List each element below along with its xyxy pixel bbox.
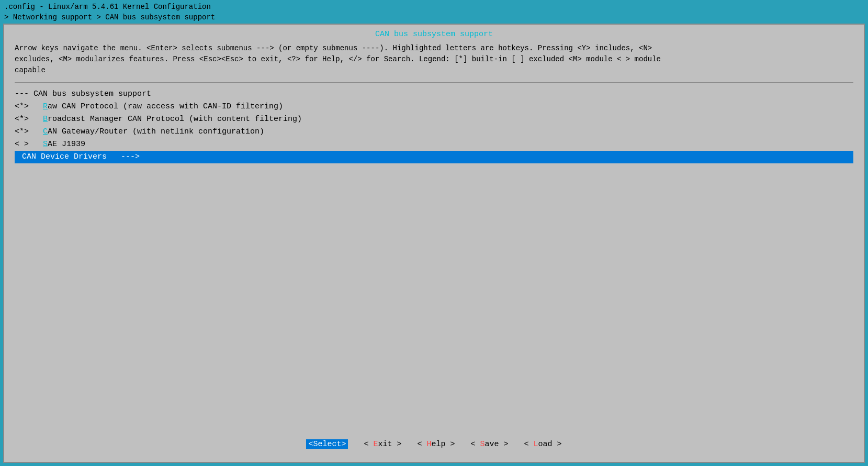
menu-item-rest-3: AE J1939 (48, 138, 85, 151)
selected-indicator (15, 151, 21, 163)
dialog-box: CAN bus subsystem support Arrow keys nav… (3, 24, 865, 463)
menu-item-hotkey-3: S (43, 138, 48, 151)
main-content: CAN bus subsystem support Arrow keys nav… (0, 24, 868, 466)
menu-item-3[interactable]: < > SAE J1939 (15, 138, 853, 151)
menu-item-1[interactable]: <*> Broadcast Manager CAN Protocol (with… (15, 113, 853, 126)
menu-item-4[interactable]: CAN Device Drivers ---> (15, 151, 853, 163)
app: .config - Linux/arm 5.4.61 Kernel Config… (0, 0, 868, 466)
menu-item-0[interactable]: <*> Raw CAN Protocol (raw access with CA… (15, 101, 853, 113)
help-line1: Arrow keys navigate the menu. <Enter> se… (15, 43, 853, 54)
help-text: Arrow keys navigate the menu. <Enter> se… (15, 43, 853, 76)
menu-item-prefix-2: <*> (15, 126, 43, 138)
bottom-buttons: <Select>< Exit >< Help >< Save >< Load > (15, 434, 853, 457)
menu-item-text-4: CAN Device Drivers ---> (22, 151, 140, 163)
menu-item-hotkey-1: B (43, 113, 48, 126)
menu-item-hotkey-0: R (43, 101, 48, 113)
menu-item-prefix-3: < > (15, 138, 43, 151)
bottom-btn-4[interactable]: < Load > (524, 440, 562, 449)
btn-hotkey-4: L (534, 440, 538, 449)
menu-header-text: --- CAN bus subsystem support (15, 88, 151, 101)
btn-hotkey-1: E (373, 440, 378, 449)
separator (15, 82, 853, 83)
menu-item-2[interactable]: <*> CAN Gateway/Router (with netlink con… (15, 126, 853, 138)
bottom-btn-1[interactable]: < Exit > (364, 440, 401, 449)
btn-hotkey-2: H (426, 440, 431, 449)
menu-area: --- CAN bus subsystem support <*> Raw CA… (15, 88, 853, 434)
bottom-btn-3[interactable]: < Save > (471, 440, 509, 449)
menu-item-hotkey-2: C (43, 126, 48, 138)
title-line2: > Networking support > CAN bus subsystem… (4, 13, 864, 23)
dialog-title: CAN bus subsystem support (15, 30, 853, 39)
title-line1: .config - Linux/arm 5.4.61 Kernel Config… (4, 2, 864, 13)
btn-hotkey-3: S (480, 440, 485, 449)
bottom-btn-2[interactable]: < Help > (417, 440, 455, 449)
menu-item-prefix-1: <*> (15, 113, 43, 126)
menu-item-rest-0: aw CAN Protocol (raw access with CAN-ID … (48, 101, 283, 113)
bottom-btn-0[interactable]: <Select> (306, 439, 348, 449)
menu-item-rest-1: roadcast Manager CAN Protocol (with cont… (48, 113, 302, 126)
menu-header: --- CAN bus subsystem support (15, 88, 853, 101)
help-line2: excludes, <M> modularizes features. Pres… (15, 54, 853, 65)
title-bar: .config - Linux/arm 5.4.61 Kernel Config… (0, 0, 868, 24)
help-line3: capable (15, 65, 853, 76)
menu-item-rest-2: AN Gateway/Router (with netlink configur… (48, 126, 264, 138)
menu-item-prefix-0: <*> (15, 101, 43, 113)
